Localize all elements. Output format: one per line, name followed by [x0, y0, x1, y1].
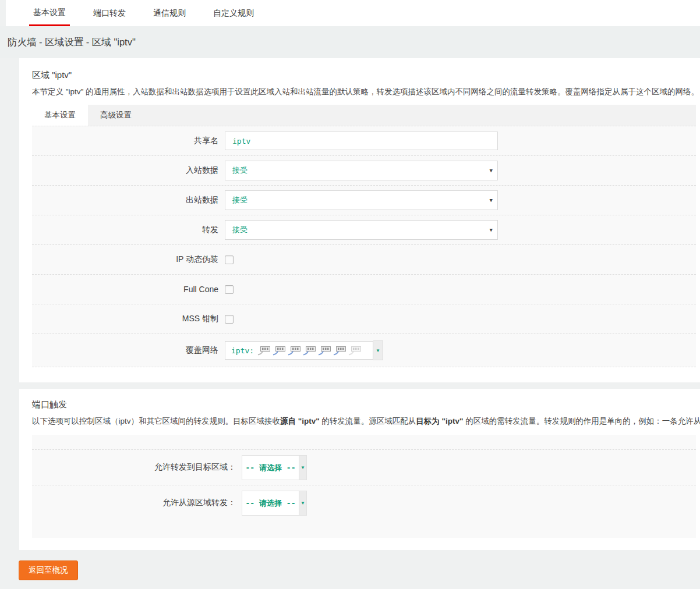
tab-traffic-rules[interactable]: 通信规则 [149, 0, 190, 26]
allow-forward-to-label: 允许转发到目标区域： [32, 462, 242, 473]
top-tab-bar: 基本设置 端口转发 通信规则 自定义规则 [6, 0, 700, 26]
chevron-down-icon: ▼ [490, 161, 493, 180]
input-policy-label: 入站数据 [32, 165, 225, 176]
chevron-down-icon: ▼ [300, 501, 305, 506]
form-row-output-policy: 出站数据 接受 ▼ [32, 186, 696, 215]
allow-forward-from-dropdown-button[interactable]: ▼ [299, 491, 307, 516]
ethernet-icon [257, 346, 271, 356]
covered-networks-value: iptv: [231, 346, 254, 355]
top-nav: 基本设置 端口转发 通信规则 自定义规则 [6, 0, 700, 26]
output-policy-label: 出站数据 [32, 195, 225, 205]
tab-custom-rules[interactable]: 自定义规则 [209, 0, 258, 26]
zone-section-description: 本节定义 "iptv" 的通用属性，入站数据和出站数据选项用于设置此区域入站和出… [32, 86, 700, 97]
name-input[interactable] [225, 132, 498, 150]
allow-forward-from-value: -- 请选择 -- [242, 491, 299, 516]
tab-basic-settings[interactable]: 基本设置 [29, 0, 70, 26]
zone-tab-general[interactable]: 基本设置 [32, 105, 88, 126]
forward-policy-select[interactable]: 接受 ▼ [225, 220, 498, 240]
forward-policy-value: 接受 [232, 225, 248, 234]
ethernet-icon [348, 346, 362, 356]
ethernet-icon [318, 346, 331, 356]
port-trigger-card: 端口触发 以下选项可以控制区域（iptv）和其它区域间的转发规则。目标区域接收源… [19, 389, 700, 550]
form-row-fullcone: Full Cone [32, 275, 696, 304]
form-row-covered-networks: 覆盖网络 iptv: ▼ [32, 334, 696, 367]
form-row-mss-clamping: MSS 钳制 [32, 304, 696, 334]
allow-forward-to-value: -- 请选择 -- [242, 455, 299, 480]
allow-forward-to-select[interactable]: -- 请选择 -- ▼ [242, 455, 307, 480]
forward-form: 允许转发到目标区域： -- 请选择 -- ▼ 允许从源区域转发： -- 请选择 … [32, 435, 696, 538]
form-row-allow-forward-to: 允许转发到目标区域： -- 请选择 -- ▼ [32, 449, 696, 485]
chevron-down-icon: ▼ [490, 191, 493, 210]
zone-tab-advanced[interactable]: 高级设置 [88, 105, 144, 126]
forward-section-description: 以下选项可以控制区域（iptv）和其它区域间的转发规则。目标区域接收源自 "ip… [32, 416, 700, 427]
page-title: 防火墙 - 区域设置 - 区域 "iptv" [0, 26, 700, 58]
masquerade-label: IP 动态伪装 [32, 254, 225, 265]
allow-forward-to-dropdown-button[interactable]: ▼ [299, 455, 307, 480]
fullcone-checkbox[interactable] [225, 285, 234, 294]
input-policy-value: 接受 [232, 166, 248, 175]
masquerade-checkbox[interactable] [225, 256, 234, 264]
ethernet-icon [288, 346, 301, 356]
mss-clamping-label: MSS 钳制 [32, 314, 225, 324]
allow-forward-from-select[interactable]: -- 请选择 -- ▼ [242, 491, 307, 516]
form-row-masquerade: IP 动态伪装 [32, 245, 696, 275]
output-policy-select[interactable]: 接受 ▼ [225, 190, 498, 210]
covered-networks-label: 覆盖网络 [32, 345, 225, 356]
name-label: 共享名 [32, 136, 225, 146]
mss-clamping-checkbox[interactable] [225, 315, 234, 324]
zone-section-title: 区域 "iptv" [32, 58, 700, 81]
chevron-down-icon: ▼ [490, 221, 493, 239]
chevron-down-icon: ▼ [300, 465, 305, 470]
zone-tabstrip: 基本设置 高级设置 [32, 105, 696, 126]
form-row-forward-policy: 转发 接受 ▼ [32, 215, 696, 245]
chevron-down-icon: ▼ [376, 348, 380, 353]
allow-forward-from-label: 允许从源区域转发： [32, 498, 242, 508]
covered-networks-combo[interactable]: iptv: ▼ [225, 340, 383, 360]
fullcone-label: Full Cone [32, 285, 225, 294]
zone-form: 共享名 入站数据 接受 ▼ 出站数据 接受 ▼ 转 [32, 126, 696, 367]
covered-networks-dropdown-button[interactable]: ▼ [373, 340, 383, 360]
input-policy-select[interactable]: 接受 ▼ [225, 161, 498, 180]
covered-networks-field[interactable]: iptv: [225, 341, 373, 360]
ethernet-icon [303, 346, 316, 356]
form-row-name: 共享名 [32, 126, 696, 156]
form-row-input-policy: 入站数据 接受 ▼ [32, 156, 696, 186]
zone-settings-card: 区域 "iptv" 本节定义 "iptv" 的通用属性，入站数据和出站数据选项用… [19, 58, 700, 382]
form-row-allow-forward-from: 允许从源区域转发： -- 请选择 -- ▼ [32, 485, 696, 520]
tab-port-forwards[interactable]: 端口转发 [89, 0, 130, 26]
ethernet-icon [273, 346, 286, 356]
forward-section-title: 端口触发 [32, 389, 700, 410]
output-policy-value: 接受 [232, 196, 248, 204]
ethernet-icon [333, 346, 347, 356]
back-to-overview-button[interactable]: 返回至概况 [19, 560, 78, 580]
network-interface-icons [257, 346, 362, 356]
forward-policy-label: 转发 [32, 225, 225, 235]
